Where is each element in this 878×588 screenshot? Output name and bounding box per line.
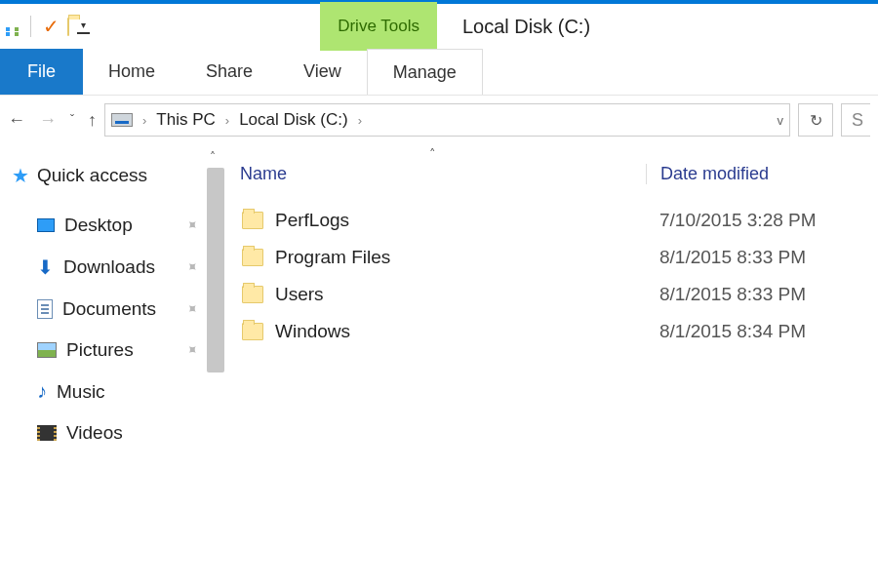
chevron-right-icon[interactable]: › (142, 113, 146, 128)
back-button[interactable]: ← (8, 110, 25, 131)
sidebar-item-downloads[interactable]: ⬇Downloads ✦ (12, 246, 224, 289)
desktop-icon (37, 218, 55, 232)
navigation-pane: ˄ ★ Quick access Desktop ✦ ⬇Downloads ✦ … (0, 144, 224, 588)
column-headers: Name Date modified (236, 158, 878, 202)
pin-icon: ✦ (182, 339, 204, 361)
list-item[interactable]: Program Files 8/1/2015 8:33 PM (236, 239, 878, 276)
scroll-up-icon[interactable]: ˄ (203, 150, 222, 164)
recent-locations-dropdown[interactable]: ˇ (70, 113, 74, 127)
tab-label: Share (206, 61, 253, 82)
chevron-right-icon[interactable]: › (358, 113, 362, 128)
sidebar-item-desktop[interactable]: Desktop ✦ (12, 205, 224, 246)
ribbon-tabs: File Home Share View Manage (0, 49, 878, 96)
list-item[interactable]: Windows 8/1/2015 8:34 PM (236, 313, 878, 350)
up-button[interactable]: ↑ (88, 110, 97, 131)
navigation-bar: ← → ˇ ↑ › This PC › Local Disk (C:) › v … (0, 96, 878, 144)
quick-access-toolbar: ✓ ▾ (6, 15, 90, 38)
explorer-body: ˄ ★ Quick access Desktop ✦ ⬇Downloads ✦ … (0, 144, 878, 588)
title-bar: ✓ ▾ Drive Tools Local Disk (C:) (0, 0, 878, 49)
download-icon: ⬇ (37, 255, 54, 279)
contextual-tab-drive-tools[interactable]: Drive Tools (320, 2, 437, 51)
sidebar-item-documents[interactable]: Documents ✦ (12, 289, 224, 330)
tab-label: Home (108, 61, 155, 82)
file-date: 8/1/2015 8:34 PM (646, 321, 806, 342)
file-name: Windows (275, 321, 350, 342)
folder-icon (242, 249, 263, 266)
document-icon (37, 299, 53, 319)
window-title: Local Disk (C:) (462, 16, 590, 38)
file-list-pane: ˄ Name Date modified PerfLogs 7/10/2015 … (224, 144, 878, 588)
search-placeholder: S (852, 110, 863, 131)
sidebar-item-pictures[interactable]: Pictures ✦ (12, 330, 224, 371)
drive-icon (111, 113, 133, 127)
sidebar-item-label: Desktop (64, 215, 133, 236)
nav-buttons: ← → ˇ ↑ (8, 110, 97, 131)
tab-share[interactable]: Share (180, 49, 278, 95)
column-header-name[interactable]: Name (236, 164, 646, 184)
tab-view[interactable]: View (278, 49, 367, 95)
address-dropdown-icon[interactable]: v (778, 113, 784, 128)
tab-home[interactable]: Home (83, 49, 180, 95)
tab-label: View (303, 61, 341, 82)
new-folder-icon[interactable] (67, 19, 69, 35)
breadcrumb-item[interactable]: Local Disk (C:) (239, 110, 347, 130)
sidebar-item-label: Pictures (66, 339, 134, 361)
folder-icon (242, 286, 263, 303)
sidebar-item-videos[interactable]: Videos (12, 412, 224, 453)
quick-access-label: Quick access (37, 165, 147, 186)
folder-icon (242, 323, 263, 340)
scrollbar-thumb[interactable] (207, 168, 224, 372)
properties-icon[interactable]: ✓ (43, 15, 60, 38)
column-header-date[interactable]: Date modified (646, 164, 769, 184)
explorer-icon (6, 18, 19, 36)
pin-icon: ✦ (182, 298, 204, 320)
pictures-icon (37, 342, 57, 358)
search-input[interactable]: S (841, 103, 870, 137)
file-name: Program Files (275, 247, 390, 268)
qat-dropdown-icon[interactable]: ▾ (77, 19, 90, 34)
pin-icon: ✦ (182, 256, 204, 278)
address-bar[interactable]: › This PC › Local Disk (C:) › v (104, 103, 790, 137)
forward-button[interactable]: → (39, 110, 57, 131)
file-name: Users (275, 284, 324, 305)
star-icon: ★ (12, 164, 29, 187)
tab-label: Manage (393, 62, 457, 83)
sidebar-item-label: Documents (62, 298, 156, 320)
quick-access-header[interactable]: ★ Quick access (12, 164, 224, 187)
separator (30, 16, 31, 37)
chevron-right-icon[interactable]: › (225, 113, 229, 128)
refresh-icon: ↻ (810, 111, 822, 130)
file-date: 7/10/2015 3:28 PM (646, 210, 817, 231)
file-date: 8/1/2015 8:33 PM (646, 247, 806, 268)
file-tab[interactable]: File (0, 49, 83, 95)
sidebar-item-label: Music (57, 381, 105, 403)
refresh-button[interactable]: ↻ (798, 103, 833, 137)
list-item[interactable]: Users 8/1/2015 8:33 PM (236, 276, 878, 313)
folder-icon (242, 212, 263, 229)
list-item[interactable]: PerfLogs 7/10/2015 3:28 PM (236, 202, 878, 239)
file-tab-label: File (27, 61, 56, 82)
sort-indicator-icon: ˄ (429, 146, 436, 161)
breadcrumb-item[interactable]: This PC (156, 110, 215, 130)
sidebar-item-music[interactable]: ♪Music (12, 371, 224, 412)
tab-manage[interactable]: Manage (367, 49, 483, 95)
file-date: 8/1/2015 8:33 PM (646, 284, 806, 305)
pin-icon: ✦ (182, 215, 204, 236)
video-icon (37, 425, 57, 441)
file-name: PerfLogs (275, 210, 349, 231)
drive-tools-label: Drive Tools (338, 17, 419, 36)
music-icon: ♪ (37, 380, 47, 403)
sidebar-item-label: Downloads (63, 256, 155, 278)
sidebar-item-label: Videos (66, 422, 123, 444)
